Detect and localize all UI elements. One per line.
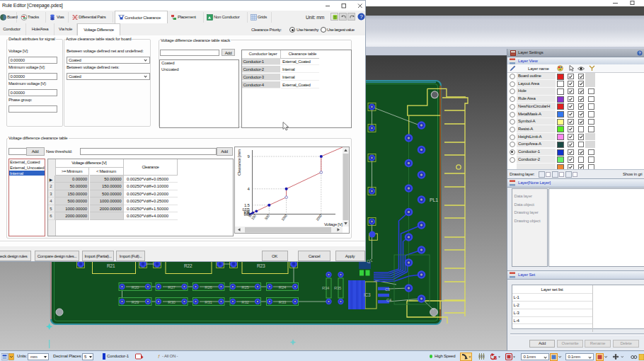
svg-text:R27: R27	[168, 285, 176, 290]
svg-text:C4: C4	[386, 298, 391, 302]
svg-text:R31: R31	[205, 300, 212, 304]
svg-text:B: B	[494, 355, 498, 360]
svg-text:R34: R34	[322, 286, 330, 290]
svg-text:500: 500	[264, 213, 271, 220]
svg-text:PL1: PL1	[430, 197, 438, 202]
svg-text:R24: R24	[279, 285, 287, 290]
svg-text:IC3: IC3	[364, 292, 371, 297]
svg-text:4: 4	[247, 187, 250, 191]
svg-text:R21: R21	[107, 263, 115, 268]
svg-text:R25: R25	[241, 285, 249, 290]
svg-text:R35: R35	[334, 286, 342, 290]
svg-text:R22: R22	[184, 263, 192, 268]
svg-text:1000: 1000	[280, 213, 288, 222]
svg-text:?: ?	[360, 13, 362, 20]
svg-text:R33: R33	[279, 300, 287, 304]
svg-text:Clearance [mm: Clearance [mm	[237, 149, 241, 175]
svg-text:R23: R23	[257, 263, 265, 268]
svg-text:R29: R29	[132, 300, 139, 304]
svg-text:R32: R32	[241, 300, 249, 304]
svg-text:C5: C5	[385, 287, 390, 292]
svg-text:R20: R20	[132, 285, 139, 290]
svg-text:1.5: 1.5	[244, 203, 250, 207]
svg-text:R30: R30	[168, 300, 176, 304]
svg-text:R26: R26	[205, 285, 212, 290]
svg-text:Voltage [V]: Voltage [V]	[324, 222, 343, 226]
svg-text:2000: 2000	[315, 213, 323, 222]
svg-text:9: 9	[247, 154, 250, 159]
